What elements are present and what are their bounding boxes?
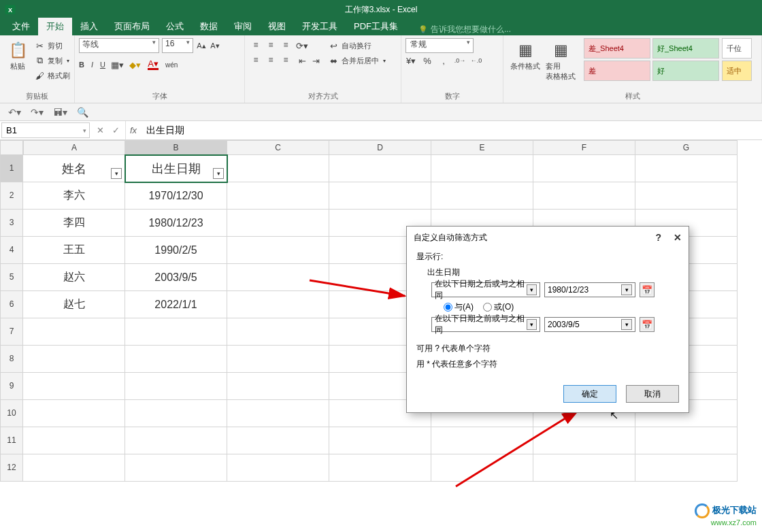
row-header-1[interactable]: 1 xyxy=(0,155,23,182)
cell[interactable] xyxy=(125,373,227,400)
style-good[interactable]: 好 xyxy=(652,61,719,81)
row-header-7[interactable]: 7 xyxy=(0,318,23,346)
wrap-text-button[interactable]: ↩自动换行 xyxy=(328,38,386,53)
border-button[interactable]: ▦▾ xyxy=(112,59,123,70)
cell[interactable] xyxy=(329,182,431,210)
save-button[interactable]: 🖬▾ xyxy=(53,107,67,118)
tell-me-input[interactable]: 告诉我您想要做什么... xyxy=(418,24,511,35)
and-radio[interactable]: 与(A) xyxy=(444,301,474,313)
cell[interactable] xyxy=(227,454,329,482)
cell[interactable] xyxy=(125,318,227,346)
phonetic-button[interactable]: wén xyxy=(165,61,178,69)
cell[interactable] xyxy=(227,373,329,400)
ok-button[interactable]: 确定 xyxy=(563,385,616,403)
cell[interactable]: 李六 xyxy=(23,182,125,210)
align-center[interactable]: ≡ xyxy=(264,53,278,67)
cell[interactable] xyxy=(227,264,329,291)
cell[interactable] xyxy=(227,237,329,264)
cell[interactable] xyxy=(227,427,329,454)
cell[interactable] xyxy=(533,454,635,482)
redo-button[interactable]: ↷▾ xyxy=(31,107,44,118)
cell[interactable] xyxy=(125,454,227,482)
decrease-indent-icon[interactable]: ⇤ xyxy=(297,55,308,66)
font-name-select[interactable]: 等线 xyxy=(79,38,159,53)
cancel-formula-icon[interactable]: ✕ xyxy=(97,125,104,135)
col-header-C[interactable]: C xyxy=(227,140,329,155)
merge-center-button[interactable]: ⬌合并后居中▾ xyxy=(328,53,386,68)
percent-icon[interactable]: % xyxy=(422,55,433,66)
cell[interactable]: 1980/12/23 xyxy=(125,210,227,237)
comma-icon[interactable]: , xyxy=(438,55,449,66)
col-header-A[interactable]: A xyxy=(23,140,125,155)
number-format-select[interactable]: 常规 xyxy=(405,38,474,53)
col-header-G[interactable]: G xyxy=(635,140,738,155)
tab-formulas[interactable]: 公式 xyxy=(158,18,192,35)
decrease-decimal-icon[interactable]: ←.0 xyxy=(471,55,482,66)
cell[interactable] xyxy=(23,373,125,400)
criteria2-operator-select[interactable]: 在以下日期之前或与之相同▾ xyxy=(431,317,540,332)
cell[interactable]: 2022/1/1 xyxy=(125,291,227,318)
cell[interactable] xyxy=(329,155,431,182)
style-neutral[interactable]: 适中 xyxy=(722,61,752,81)
currency-icon[interactable]: ¥▾ xyxy=(405,55,416,66)
cell[interactable] xyxy=(227,155,329,182)
cell[interactable]: 2003/9/5 xyxy=(125,264,227,291)
cell[interactable] xyxy=(125,346,227,373)
cell[interactable] xyxy=(23,427,125,454)
font-size-select[interactable]: 16 xyxy=(162,38,193,53)
cell[interactable] xyxy=(635,182,738,210)
cell[interactable]: 赵六 xyxy=(23,264,125,291)
cell[interactable] xyxy=(227,346,329,373)
row-header-11[interactable]: 11 xyxy=(0,427,23,454)
cell[interactable] xyxy=(635,155,738,182)
cell[interactable] xyxy=(431,155,533,182)
cell[interactable] xyxy=(329,454,431,482)
row-header-8[interactable]: 8 xyxy=(0,346,23,373)
cell[interactable] xyxy=(227,318,329,346)
align-left[interactable]: ≡ xyxy=(249,53,263,67)
dialog-help-button[interactable]: ? xyxy=(655,232,661,243)
dialog-close-button[interactable]: ✕ xyxy=(674,232,682,243)
cell[interactable] xyxy=(533,427,635,454)
cell[interactable] xyxy=(23,318,125,346)
align-right[interactable]: ≡ xyxy=(279,53,293,67)
filter-dropdown-button[interactable]: ▾ xyxy=(111,168,122,179)
tab-home[interactable]: 开始 xyxy=(38,18,72,35)
row-header-2[interactable]: 2 xyxy=(0,182,23,210)
cell[interactable]: 1990/2/5 xyxy=(125,237,227,264)
cell[interactable]: 姓名▾ xyxy=(23,155,125,182)
bold-button[interactable]: B xyxy=(79,61,84,69)
cut-button[interactable]: ✂剪切 xyxy=(34,38,70,53)
cell[interactable] xyxy=(125,427,227,454)
style-bad[interactable]: 差 xyxy=(584,61,650,81)
cell[interactable] xyxy=(329,427,431,454)
cell[interactable] xyxy=(431,454,533,482)
preview-button[interactable]: 🔍 xyxy=(77,107,88,118)
col-header-B[interactable]: B xyxy=(125,140,227,155)
or-radio[interactable]: 或(O) xyxy=(483,301,514,313)
increase-decimal-icon[interactable]: .0→ xyxy=(454,55,465,66)
col-header-D[interactable]: D xyxy=(329,140,431,155)
tab-insert[interactable]: 插入 xyxy=(72,18,106,35)
formula-input[interactable]: 出生日期 xyxy=(141,121,762,139)
cell[interactable] xyxy=(635,427,738,454)
cancel-button[interactable]: 取消 xyxy=(626,385,679,403)
italic-button[interactable]: I xyxy=(91,61,93,69)
cell[interactable] xyxy=(227,182,329,210)
row-header-6[interactable]: 6 xyxy=(0,291,23,318)
copy-button[interactable]: ⧉复制▾ xyxy=(34,53,70,68)
cell[interactable] xyxy=(23,454,125,482)
select-all-corner[interactable] xyxy=(0,140,23,155)
row-header-5[interactable]: 5 xyxy=(0,264,23,291)
tab-review[interactable]: 审阅 xyxy=(226,18,260,35)
row-header-3[interactable]: 3 xyxy=(0,210,23,237)
tab-developer[interactable]: 开发工具 xyxy=(294,18,346,35)
cell[interactable] xyxy=(227,210,329,237)
row-header-4[interactable]: 4 xyxy=(0,237,23,264)
style-bad-sheet4[interactable]: 差_Sheet4 xyxy=(584,38,650,59)
row-header-9[interactable]: 9 xyxy=(0,373,23,400)
filter-dropdown-button[interactable]: ▾ xyxy=(213,168,224,179)
cell[interactable] xyxy=(431,427,533,454)
tab-data[interactable]: 数据 xyxy=(192,18,226,35)
cell[interactable]: 王五 xyxy=(23,237,125,264)
